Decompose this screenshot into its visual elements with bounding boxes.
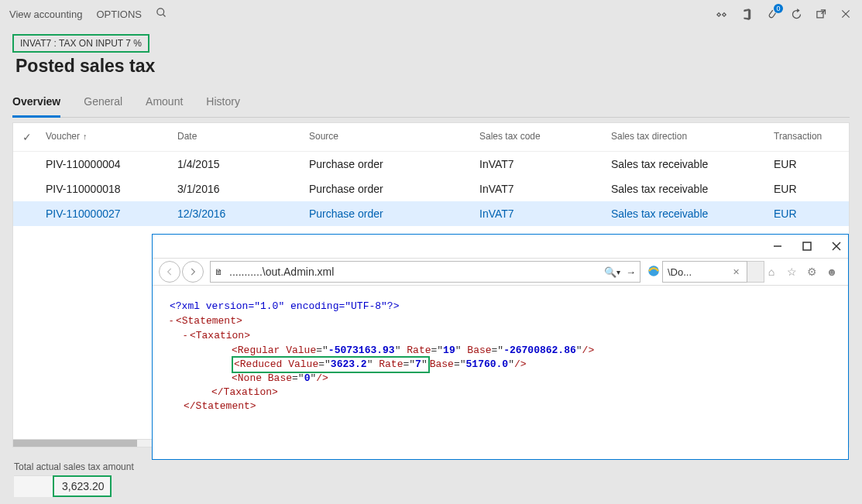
cell-transaction: EUR xyxy=(774,183,840,195)
command-bar-right: 0 xyxy=(715,7,853,21)
tab-overview[interactable]: Overview xyxy=(12,91,60,118)
tools-icon[interactable]: ⚙ xyxy=(805,265,819,279)
xml-declaration: <?xml version="1.0" encoding="UTF-8"?> xyxy=(170,300,399,312)
feedback-icon[interactable]: ☻ xyxy=(825,265,839,279)
forward-button[interactable] xyxy=(182,261,204,283)
home-icon[interactable]: ⌂ xyxy=(764,265,778,279)
cell-tax-code: InVAT7 xyxy=(479,158,611,170)
favorites-icon[interactable]: ☆ xyxy=(785,265,798,279)
go-icon[interactable]: → xyxy=(626,266,640,278)
cell-voucher: PIV-110000018 xyxy=(46,183,177,195)
column-source[interactable]: Source xyxy=(309,131,479,143)
cell-tax-code: InVAT7 xyxy=(479,207,611,220)
column-date[interactable]: Date xyxy=(177,131,309,143)
connector-icon[interactable] xyxy=(715,7,729,21)
column-transaction[interactable]: Transaction xyxy=(774,131,840,143)
dropdown-icon[interactable]: ▾ xyxy=(616,268,626,276)
attachments-badge: 0 xyxy=(774,4,783,13)
browser-tab-label: \Do... xyxy=(663,266,733,278)
tab-strip: Overview General Amount History xyxy=(12,91,850,118)
attachments-icon[interactable]: 0 xyxy=(764,7,778,21)
back-button[interactable] xyxy=(159,261,180,283)
ie-titlebar xyxy=(153,235,848,258)
grid-row[interactable]: PIV-110000018 3/1/2016 Purchase order In… xyxy=(13,177,849,201)
view-accounting-menu[interactable]: View accounting xyxy=(9,9,82,20)
cell-voucher: PIV-110000004 xyxy=(46,158,177,170)
cell-tax-code: InVAT7 xyxy=(479,183,611,195)
svg-rect-8 xyxy=(803,242,811,250)
xml-regular-rate: 19 xyxy=(443,345,455,356)
total-area: Total actual sales tax amount 3,623.20 xyxy=(14,461,134,499)
grid-row[interactable]: PIV-110000027 12/3/2016 Purchase order I… xyxy=(13,201,849,226)
address-bar[interactable]: 🗎 ...........\out.Admin.xml 🔍 ▾ → xyxy=(210,261,640,283)
popout-icon[interactable] xyxy=(814,7,828,21)
ie-window: 🗎 ...........\out.Admin.xml 🔍 ▾ → \Do...… xyxy=(152,234,849,460)
scrollbar-thumb[interactable] xyxy=(13,440,137,447)
maximize-button[interactable] xyxy=(802,241,812,252)
command-bar-left: View accounting OPTIONS xyxy=(9,7,167,21)
search-icon[interactable]: 🔍 xyxy=(604,266,616,278)
grid-row[interactable]: PIV-110000004 1/4/2015 Purchase order In… xyxy=(13,152,849,177)
search-icon[interactable] xyxy=(156,7,167,21)
ie-icon[interactable] xyxy=(645,264,662,280)
tab-general[interactable]: General xyxy=(84,91,122,117)
page-icon: 🗎 xyxy=(211,267,226,276)
column-sales-tax-code[interactable]: Sales tax code xyxy=(479,131,611,143)
cell-direction: Sales tax receivable xyxy=(611,158,774,170)
tab-history[interactable]: History xyxy=(206,91,240,117)
cell-source: Purchase order xyxy=(309,183,479,195)
column-voucher[interactable]: Voucher↑ xyxy=(46,131,177,143)
cell-date: 3/1/2016 xyxy=(177,183,309,195)
cell-source: Purchase order xyxy=(309,158,479,170)
tab-amount[interactable]: Amount xyxy=(146,91,183,117)
browser-tab[interactable]: \Do... ✕ xyxy=(662,261,747,283)
xml-reduced-highlight: <Reduced Value="3623.2" Rate="7" xyxy=(232,356,430,373)
address-text[interactable]: ...........\out.Admin.xml xyxy=(226,266,604,278)
cell-direction: Sales tax receivable xyxy=(611,207,774,220)
office-icon[interactable] xyxy=(740,7,754,21)
svg-rect-2 xyxy=(716,12,719,15)
options-menu[interactable]: OPTIONS xyxy=(96,9,142,20)
minimize-button[interactable] xyxy=(772,241,783,252)
xml-none-base: 0 xyxy=(304,372,311,384)
cell-source: Purchase order xyxy=(309,207,479,220)
cell-voucher: PIV-110000027 xyxy=(46,207,177,220)
column-sales-tax-direction[interactable]: Sales tax direction xyxy=(611,131,774,143)
grid-header: ✓ Voucher↑ Date Source Sales tax code Sa… xyxy=(13,123,849,152)
tab-close-icon[interactable]: ✕ xyxy=(733,267,747,277)
cell-date: 1/4/2015 xyxy=(177,158,309,170)
xml-viewer: <?xml version="1.0" encoding="UTF-8"?> -… xyxy=(153,286,848,428)
cell-transaction: EUR xyxy=(774,158,840,170)
total-value: 3,623.20 xyxy=(53,475,112,497)
ie-toolbar: 🗎 ...........\out.Admin.xml 🔍 ▾ → \Do...… xyxy=(153,258,848,286)
close-icon[interactable] xyxy=(839,7,853,21)
xml-regular-value: -5073163.93 xyxy=(328,345,395,356)
select-all-column[interactable]: ✓ xyxy=(22,131,46,143)
svg-point-0 xyxy=(157,9,164,15)
xml-reduced-base: 51760.0 xyxy=(466,358,509,370)
subtitle-badge: INVAT7 : TAX ON INPUT 7 % xyxy=(12,34,149,53)
total-label: Total actual sales tax amount xyxy=(14,461,134,472)
cell-direction: Sales tax receivable xyxy=(611,183,774,195)
svg-rect-3 xyxy=(722,12,725,15)
svg-line-1 xyxy=(163,14,165,16)
xml-regular-base: -26700862.86 xyxy=(503,345,576,356)
close-button[interactable] xyxy=(831,241,842,252)
command-bar: View accounting OPTIONS 0 xyxy=(0,0,862,28)
xml-reduced-value: 3623.2 xyxy=(331,358,367,370)
refresh-icon[interactable] xyxy=(789,7,803,21)
page-title: Posted sales tax xyxy=(15,56,850,77)
xml-reduced-rate: 7 xyxy=(415,358,421,370)
cell-transaction: EUR xyxy=(774,207,840,220)
cell-date: 12/3/2016 xyxy=(177,207,309,220)
sort-asc-icon: ↑ xyxy=(83,132,88,141)
new-tab-button[interactable] xyxy=(747,261,764,283)
